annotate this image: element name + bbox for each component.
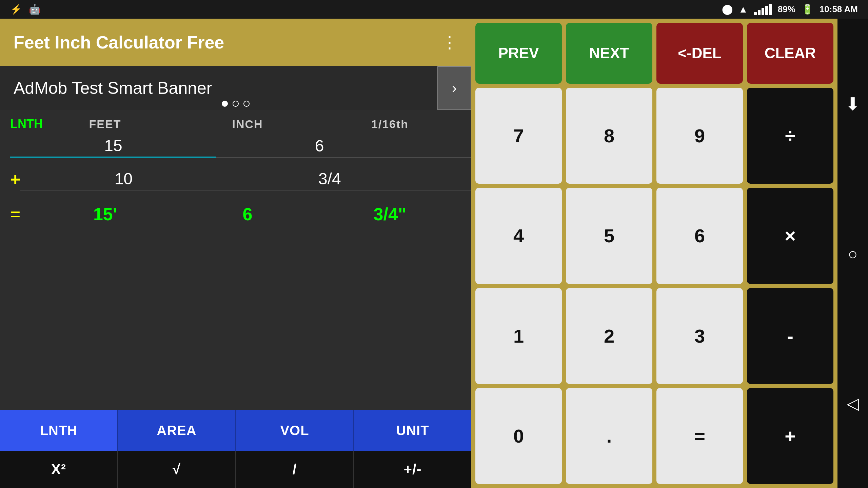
unit-mode-button[interactable]: UNIT: [354, 410, 471, 451]
key-0[interactable]: 0: [475, 388, 562, 484]
square-button[interactable]: X²: [0, 451, 118, 488]
ad-next-button[interactable]: ›: [437, 66, 471, 110]
key-multiply[interactable]: ×: [747, 188, 833, 284]
result-fraction: 3/4": [319, 204, 461, 224]
fraction-header: 1/16th: [319, 118, 461, 131]
app-container: Feet Inch Calculator Free ⋮ AdMob Test S…: [0, 19, 471, 488]
key-9[interactable]: 9: [656, 88, 743, 184]
ad-text: AdMob Test Smart Banner: [14, 78, 212, 98]
key-7[interactable]: 7: [475, 88, 562, 184]
ad-dot-1: [222, 101, 228, 107]
next-button[interactable]: NEXT: [566, 23, 652, 84]
row2-feet-input[interactable]: [20, 168, 226, 190]
android-icon: 🤖: [29, 4, 41, 15]
column-headers: LNTH FEET INCH 1/16th: [10, 117, 461, 131]
key-2[interactable]: 2: [566, 288, 652, 384]
app-title: Feet Inch Calculator Free: [14, 32, 224, 53]
clock: 10:58 AM: [820, 4, 858, 15]
key-equals[interactable]: =: [656, 388, 743, 484]
key-3[interactable]: 3: [656, 288, 743, 384]
result-row: = 15' 6 3/4": [10, 204, 461, 224]
usb-icon: ⚡: [10, 4, 22, 15]
func-buttons: X² √ / +/-: [0, 451, 471, 488]
row1-inch-input[interactable]: [216, 135, 422, 158]
key-1[interactable]: 1: [475, 288, 562, 384]
sqrt-button[interactable]: √: [118, 451, 236, 488]
key-8[interactable]: 8: [566, 88, 652, 184]
key-divide[interactable]: ÷: [747, 88, 833, 184]
ad-dot-3: [243, 101, 250, 107]
area-mode-button[interactable]: AREA: [118, 410, 236, 451]
bluetooth-icon: ⬤: [722, 4, 732, 15]
clear-button[interactable]: CLEAR: [747, 23, 833, 84]
prev-button[interactable]: PREV: [475, 23, 562, 84]
row1-feet-input[interactable]: [10, 135, 216, 158]
divide-button[interactable]: /: [236, 451, 354, 488]
numpad-top-row: PREV NEXT <-DEL CLEAR: [475, 23, 833, 84]
key-5[interactable]: 5: [566, 188, 652, 284]
status-right-icons: ⬤ ▲ 89% 🔋 10:58 AM: [722, 4, 858, 15]
ad-dots: [222, 101, 250, 107]
input-row-1: [10, 135, 461, 158]
key-dot[interactable]: .: [566, 388, 652, 484]
del-button[interactable]: <-DEL: [656, 23, 743, 84]
result-feet: 15': [34, 204, 176, 224]
calculator-display: LNTH FEET INCH 1/16th + = 15' 6 3/4": [0, 110, 471, 410]
key-4[interactable]: 4: [475, 188, 562, 284]
mode-buttons: LNTH AREA VOL UNIT: [0, 410, 471, 451]
wifi-icon: ▲: [738, 4, 748, 15]
status-left-icons: ⚡ 🤖: [10, 4, 41, 15]
nav-down-icon[interactable]: ⬇: [845, 94, 860, 114]
key-plus[interactable]: +: [747, 388, 833, 484]
nav-back-icon[interactable]: ◁: [847, 394, 859, 413]
input-row-2: +: [10, 168, 461, 190]
ad-banner: AdMob Test Smart Banner ›: [0, 66, 471, 110]
row2-inch-input[interactable]: [226, 168, 433, 190]
battery-percent: 89%: [778, 4, 795, 15]
lnth-label: LNTH: [10, 117, 34, 131]
numpad-grid: 7 8 9 ÷ 4 5 6 × 1 2 3 - 0 . = +: [475, 88, 833, 484]
nav-home-icon[interactable]: ○: [848, 245, 858, 263]
lnth-mode-button[interactable]: LNTH: [0, 410, 118, 451]
key-minus[interactable]: -: [747, 288, 833, 384]
result-inch: 6: [176, 204, 319, 224]
android-nav-bar: ⬇ ○ ◁: [837, 19, 868, 488]
row2-operator: +: [10, 169, 20, 189]
status-bar: ⚡ 🤖 ⬤ ▲ 89% 🔋 10:58 AM: [0, 0, 868, 19]
inch-header: INCH: [176, 118, 319, 131]
numpad-area: PREV NEXT <-DEL CLEAR 7 8 9 ÷ 4 5 6 × 1 …: [471, 19, 837, 488]
vol-mode-button[interactable]: VOL: [236, 410, 354, 451]
menu-button[interactable]: ⋮: [441, 33, 458, 52]
signal-bars: [754, 4, 772, 15]
title-bar: Feet Inch Calculator Free ⋮: [0, 19, 471, 66]
ad-dot-2: [233, 101, 239, 107]
result-eq-sign: =: [10, 204, 34, 224]
key-6[interactable]: 6: [656, 188, 743, 284]
plusminus-button[interactable]: +/-: [354, 451, 471, 488]
battery-icon: 🔋: [802, 4, 813, 15]
feet-header: FEET: [34, 118, 176, 131]
